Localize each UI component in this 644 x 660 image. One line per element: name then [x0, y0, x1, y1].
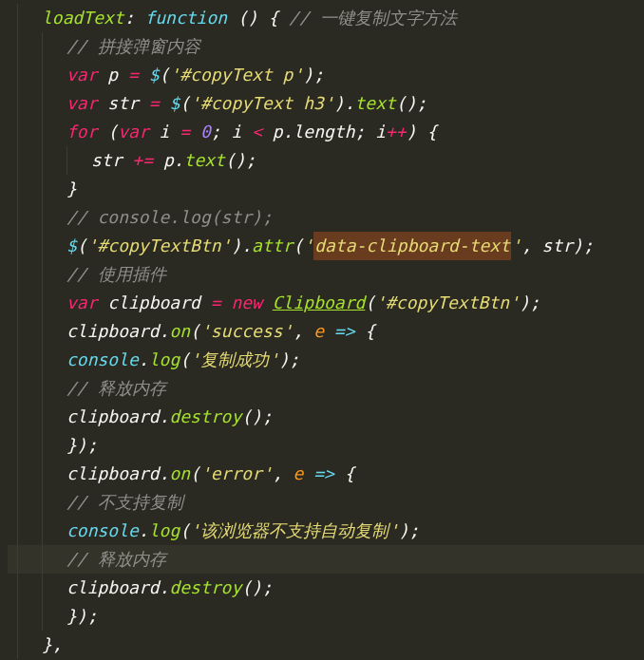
code-line[interactable]: // 拼接弹窗内容	[8, 32, 644, 61]
token: =	[211, 289, 221, 317]
token: 0	[190, 118, 211, 146]
comment: // 释放内存	[66, 374, 166, 403]
token: function	[144, 4, 227, 32]
code-line[interactable]: // console.log(str);	[8, 203, 644, 232]
code-line-active[interactable]: // 释放内存	[8, 545, 644, 574]
code-line[interactable]: }	[8, 175, 644, 203]
token: ++	[386, 118, 407, 146]
token: i	[149, 118, 180, 146]
code-line[interactable]: },	[8, 631, 644, 659]
token: , str);	[521, 232, 594, 260]
token: '复制成功'	[190, 346, 279, 374]
token: text	[184, 146, 225, 175]
comment: // 不支持复制	[66, 488, 183, 517]
token: () {	[227, 4, 278, 32]
code-line[interactable]: loadText: function () { // 一键复制文字方法	[8, 4, 644, 32]
token: clipboard.	[66, 460, 169, 488]
token: ();	[241, 403, 273, 431]
code-line[interactable]: clipboard.on('success', e => {	[8, 317, 644, 346]
token: str	[98, 89, 149, 118]
code-line[interactable]: var p = $('#copyText p');	[8, 61, 644, 89]
token: (	[293, 232, 303, 260]
token: '#copyText h3'	[190, 89, 334, 118]
token: clipboard.	[66, 317, 169, 346]
token: log	[149, 517, 180, 545]
code-line[interactable]: clipboard.destroy();	[8, 574, 644, 602]
comment: // console.log(str);	[66, 203, 273, 232]
token: '#copyTextBtn'	[87, 232, 232, 260]
code-line[interactable]: // 使用插件	[8, 260, 644, 289]
token: (	[180, 517, 190, 545]
token: 'error'	[200, 460, 273, 488]
token: ();	[225, 146, 256, 175]
token: log	[149, 346, 180, 374]
token: (	[180, 346, 190, 374]
token: clipboard.	[66, 403, 169, 431]
token: '#copyText p'	[169, 61, 303, 89]
code-line[interactable]: });	[8, 602, 644, 631]
token: });	[66, 602, 98, 631]
token: destroy	[169, 574, 241, 602]
code-editor[interactable]: loadText: function () { // 一键复制文字方法 // 拼…	[0, 0, 644, 660]
token: $	[139, 61, 160, 89]
code-line[interactable]: console.log('该浏览器不支持自动复制');	[8, 517, 644, 545]
token: var	[66, 61, 98, 89]
code-line[interactable]: str += p.text();	[8, 146, 644, 175]
code-line[interactable]: // 不支持复制	[8, 488, 644, 517]
token: p	[98, 61, 129, 89]
token: ; i	[211, 118, 252, 146]
code-line[interactable]: clipboard.destroy();	[8, 403, 644, 431]
token: },	[42, 631, 63, 659]
comment: // 释放内存	[66, 545, 166, 574]
token: });	[66, 431, 98, 460]
token: );	[399, 517, 420, 545]
token: on	[169, 317, 190, 346]
token: ,	[273, 460, 294, 488]
token: e	[293, 460, 303, 488]
token: console	[66, 517, 139, 545]
token: {	[365, 317, 375, 346]
token: p.	[153, 146, 184, 175]
token: =>	[303, 460, 344, 488]
code-line[interactable]: var clipboard = new Clipboard('#copyText…	[8, 289, 644, 317]
token: ).	[231, 232, 252, 260]
token: attr	[252, 232, 293, 260]
token: '	[303, 232, 313, 260]
token: <	[252, 118, 262, 146]
code-line[interactable]: for (var i = 0; i < p.length; i++) {	[8, 118, 644, 146]
token: (	[365, 289, 375, 317]
token: '	[511, 232, 521, 260]
token: ).	[334, 89, 355, 118]
code-line[interactable]: var str = $('#copyText h3').text();	[8, 89, 644, 118]
token: =	[128, 61, 139, 89]
comment: // 拼接弹窗内容	[66, 32, 200, 61]
token: (	[190, 317, 200, 346]
code-line[interactable]: console.log('复制成功');	[8, 346, 644, 374]
token: }	[66, 175, 77, 203]
code-line[interactable]: clipboard.on('error', e => {	[8, 460, 644, 488]
token: '#copyTextBtn'	[375, 289, 520, 317]
token: (	[190, 460, 200, 488]
comment: // 一键复制文字方法	[278, 4, 456, 32]
code-line[interactable]: });	[8, 431, 644, 460]
token: '该浏览器不支持自动复制'	[190, 517, 399, 545]
token: ) {	[407, 118, 438, 146]
token: str	[91, 146, 132, 175]
token: ,	[293, 317, 313, 346]
token: (	[77, 232, 87, 260]
token: var	[66, 89, 98, 118]
token: for	[66, 118, 98, 146]
token: =>	[324, 317, 365, 346]
code-line[interactable]: // 释放内存	[8, 374, 644, 403]
comment: // 使用插件	[66, 260, 166, 289]
code-line[interactable]: $('#copyTextBtn').attr('data-clipboard-t…	[8, 232, 644, 260]
token: );	[303, 61, 324, 89]
token: clipboard	[98, 289, 211, 317]
token: var	[118, 118, 149, 146]
token: (	[160, 61, 170, 89]
token: destroy	[169, 403, 241, 431]
token: );	[520, 289, 540, 317]
token: clipboard.	[66, 574, 169, 602]
token: +=	[132, 146, 153, 175]
token: :	[124, 4, 145, 32]
